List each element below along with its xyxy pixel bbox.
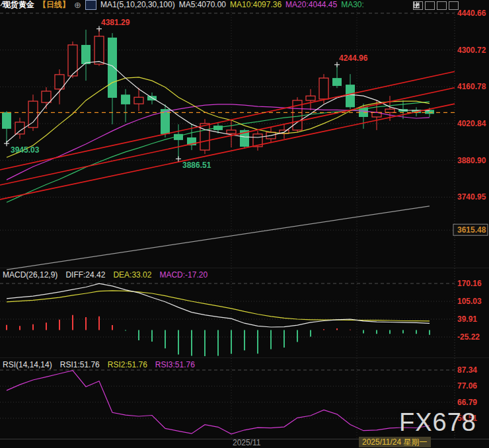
fx678-watermark: FX678 [399,408,476,437]
play-step-button[interactable] [437,1,447,10]
svg-text:4440.66: 4440.66 [457,9,486,18]
jump-latest-button[interactable] [449,1,459,10]
rsi-title: RSI(14,14,14) [3,360,52,369]
rsi-indicator-labels: RSI(14,14,14) RSI1:51.76 RSI2:51.76 RSI3… [3,360,195,369]
svg-text:3880.90: 3880.90 [457,156,486,165]
svg-text:4244.96: 4244.96 [339,54,368,63]
rsi1-value: RSI1:51.76 [60,360,100,369]
svg-text:3886.51: 3886.51 [182,161,211,170]
svg-text:4160.78: 4160.78 [457,82,486,91]
ma-settings-label: MA1(5,10,20,30,100) [100,0,175,10]
svg-text:105.03: 105.03 [457,297,482,306]
ma10-value-label: MA10:4097.36 [230,0,282,10]
macd-dea-value: DEA:33.02 [113,270,151,280]
axis-current-date-label[interactable]: 2025/11/24 星期一 [359,437,431,447]
ma5-value-label: MA5:4070.00 [179,0,226,10]
svg-text:39.91: 39.91 [457,315,477,324]
svg-text:77.06: 77.06 [457,381,477,391]
trading-chart-app: 4440.664300.724160.784020.843880.903740.… [0,0,489,448]
rsi3-value: RSI3:51.76 [155,360,195,369]
rsi2-value: RSI2:51.76 [108,360,147,369]
macd-title: MACD(26,12,9) [3,270,57,280]
macd-diff-value: DIFF:24.42 [65,270,105,280]
svg-text:3945.03: 3945.03 [11,145,40,155]
svg-text:4381.29: 4381.29 [101,18,130,27]
svg-text:87.34: 87.34 [457,365,477,375]
axis-month-label[interactable]: 2025/11 [233,438,261,447]
svg-text:3615.48: 3615.48 [457,225,486,235]
ma30-value-label: MA30: [341,0,364,10]
svg-text:170.16: 170.16 [457,279,482,288]
svg-text:4020.84: 4020.84 [457,119,486,128]
candlestick-chart-canvas[interactable]: 4440.664300.724160.784020.843880.903740.… [0,0,489,448]
circle-plus-icon[interactable]: ⊕ [74,0,81,10]
svg-text:3740.95: 3740.95 [457,192,486,202]
svg-text:-25.22: -25.22 [457,332,480,342]
svg-text:4300.72: 4300.72 [457,46,486,55]
timeframe-label[interactable]: 【日线】 [38,0,70,10]
ma20-value-label: MA20:4044.45 [285,0,337,10]
line-chart-icon[interactable] [85,0,96,10]
macd-indicator-labels: MACD(26,12,9) DIFF:24.42 DEA:33.02 MACD:… [3,270,207,280]
chart-toolbar [413,1,459,10]
axis-fit-button[interactable] [425,1,435,10]
svg-text:66.79: 66.79 [457,398,477,407]
macd-hist-value: MACD:-17.20 [159,270,207,280]
